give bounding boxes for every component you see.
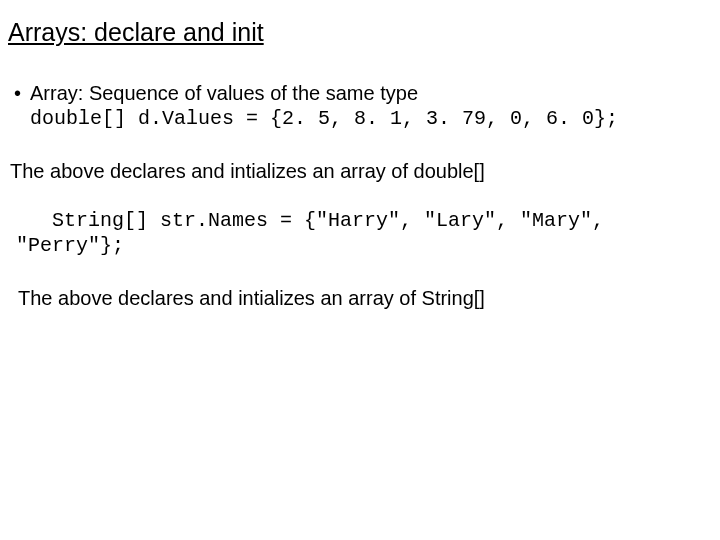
code-snippet-1: double[] d.Values = {2. 5, 8. 1, 3. 79, … (30, 107, 710, 131)
code-line: String[] str.Names = {"Harry", "Lary", "… (16, 208, 710, 233)
bullet-marker: • (14, 81, 30, 105)
code-line: "Perry"}; (16, 233, 710, 258)
paragraph-1: The above declares and intializes an arr… (10, 159, 710, 184)
bullet-text: Array: Sequence of values of the same ty… (30, 81, 418, 105)
paragraph-2: The above declares and intializes an arr… (18, 286, 710, 311)
code-snippet-2: String[] str.Names = {"Harry", "Lary", "… (16, 208, 710, 258)
bullet-item: • Array: Sequence of values of the same … (14, 81, 710, 105)
slide-title: Arrays: declare and init (8, 18, 710, 47)
